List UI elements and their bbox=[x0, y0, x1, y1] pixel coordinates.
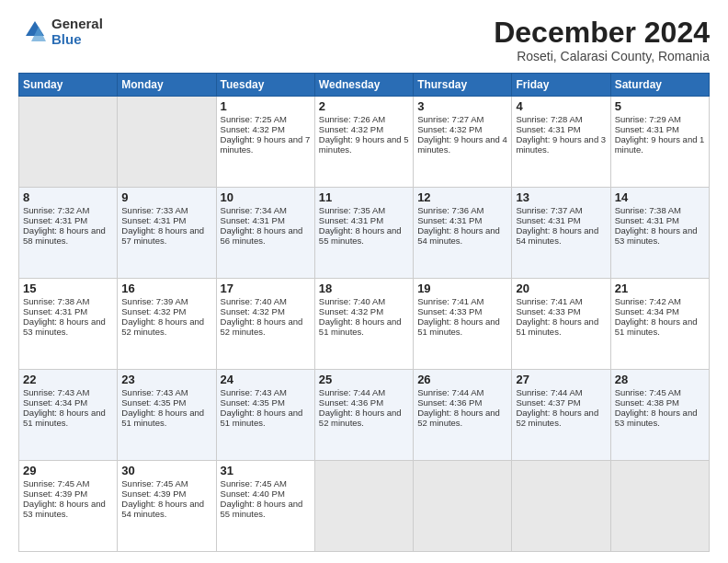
logo: General Blue bbox=[18, 17, 103, 47]
table-row: 17Sunrise: 7:40 AMSunset: 4:32 PMDayligh… bbox=[216, 279, 314, 370]
sunrise-text: Sunrise: 7:38 AM bbox=[615, 205, 681, 215]
sunset-text: Sunset: 4:31 PM bbox=[23, 306, 87, 316]
col-header-monday: Monday bbox=[118, 74, 216, 97]
sunrise-text: Sunrise: 7:45 AM bbox=[615, 387, 681, 397]
daylight-text: Daylight: 8 hours and 54 minutes. bbox=[417, 225, 500, 246]
sunrise-text: Sunrise: 7:37 AM bbox=[516, 205, 582, 215]
sunrise-text: Sunrise: 7:42 AM bbox=[615, 296, 681, 306]
day-number: 30 bbox=[121, 464, 211, 477]
daylight-text: Daylight: 8 hours and 54 minutes. bbox=[121, 499, 204, 519]
sunrise-text: Sunrise: 7:43 AM bbox=[221, 387, 287, 397]
sunrise-text: Sunrise: 7:26 AM bbox=[319, 114, 385, 124]
day-number: 24 bbox=[221, 373, 311, 386]
daylight-text: Daylight: 8 hours and 54 minutes. bbox=[516, 225, 598, 246]
daylight-text: Daylight: 8 hours and 55 minutes. bbox=[221, 499, 303, 519]
day-number: 16 bbox=[121, 282, 211, 295]
calendar-table: Sunday Monday Tuesday Wednesday Thursday… bbox=[18, 73, 710, 552]
table-row bbox=[512, 461, 610, 552]
table-row bbox=[19, 97, 118, 188]
calendar-week-row: 15Sunrise: 7:38 AMSunset: 4:31 PMDayligh… bbox=[19, 279, 710, 370]
logo-text: General Blue bbox=[51, 17, 103, 47]
daylight-text: Daylight: 8 hours and 51 minutes. bbox=[121, 408, 204, 428]
sunset-text: Sunset: 4:39 PM bbox=[23, 488, 87, 499]
daylight-text: Daylight: 8 hours and 52 minutes. bbox=[516, 408, 598, 428]
day-number: 5 bbox=[615, 99, 705, 113]
day-number: 11 bbox=[319, 190, 409, 204]
daylight-text: Daylight: 8 hours and 53 minutes. bbox=[615, 225, 698, 246]
day-number: 13 bbox=[516, 190, 606, 204]
day-number: 8 bbox=[23, 190, 113, 204]
header: General Blue December 2024 Roseti, Calar… bbox=[18, 17, 710, 63]
table-row: 1Sunrise: 7:25 AMSunset: 4:32 PMDaylight… bbox=[216, 97, 314, 188]
title-block: December 2024 Roseti, Calarasi County, R… bbox=[494, 17, 710, 63]
daylight-text: Daylight: 8 hours and 56 minutes. bbox=[221, 225, 303, 246]
table-row bbox=[610, 461, 709, 552]
sunrise-text: Sunrise: 7:34 AM bbox=[221, 205, 287, 215]
daylight-text: Daylight: 8 hours and 58 minutes. bbox=[23, 225, 106, 246]
calendar-header-row: Sunday Monday Tuesday Wednesday Thursday… bbox=[19, 74, 710, 97]
table-row: 18Sunrise: 7:40 AMSunset: 4:32 PMDayligh… bbox=[314, 279, 413, 370]
sunset-text: Sunset: 4:31 PM bbox=[417, 215, 482, 225]
sunrise-text: Sunrise: 7:45 AM bbox=[23, 478, 89, 488]
sunset-text: Sunset: 4:32 PM bbox=[417, 124, 482, 134]
day-number: 2 bbox=[319, 99, 409, 113]
daylight-text: Daylight: 8 hours and 51 minutes. bbox=[417, 316, 500, 337]
daylight-text: Daylight: 8 hours and 52 minutes. bbox=[417, 408, 500, 428]
sunset-text: Sunset: 4:31 PM bbox=[121, 215, 186, 225]
sunrise-text: Sunrise: 7:45 AM bbox=[221, 478, 287, 488]
table-row: 30Sunrise: 7:45 AMSunset: 4:39 PMDayligh… bbox=[118, 461, 216, 552]
calendar-week-row: 29Sunrise: 7:45 AMSunset: 4:39 PMDayligh… bbox=[19, 461, 710, 552]
sunrise-text: Sunrise: 7:40 AM bbox=[221, 296, 287, 306]
sunrise-text: Sunrise: 7:36 AM bbox=[417, 205, 483, 215]
day-number: 26 bbox=[417, 373, 507, 386]
col-header-thursday: Thursday bbox=[414, 74, 512, 97]
logo-blue-text: Blue bbox=[51, 32, 103, 48]
table-row: 19Sunrise: 7:41 AMSunset: 4:33 PMDayligh… bbox=[414, 279, 512, 370]
table-row: 3Sunrise: 7:27 AMSunset: 4:32 PMDaylight… bbox=[414, 97, 512, 188]
daylight-text: Daylight: 8 hours and 57 minutes. bbox=[121, 225, 204, 246]
daylight-text: Daylight: 9 hours and 4 minutes. bbox=[417, 134, 507, 155]
daylight-text: Daylight: 9 hours and 5 minutes. bbox=[319, 134, 409, 155]
sunrise-text: Sunrise: 7:39 AM bbox=[121, 296, 188, 306]
calendar-week-row: 1Sunrise: 7:25 AMSunset: 4:32 PMDaylight… bbox=[19, 97, 710, 188]
sunset-text: Sunset: 4:35 PM bbox=[121, 397, 186, 408]
day-number: 9 bbox=[121, 190, 211, 204]
daylight-text: Daylight: 9 hours and 7 minutes. bbox=[221, 134, 311, 155]
day-number: 31 bbox=[221, 464, 311, 477]
day-number: 28 bbox=[615, 373, 705, 386]
day-number: 14 bbox=[615, 190, 705, 204]
table-row: 2Sunrise: 7:26 AMSunset: 4:32 PMDaylight… bbox=[314, 97, 413, 188]
table-row: 12Sunrise: 7:36 AMSunset: 4:31 PMDayligh… bbox=[414, 188, 512, 279]
subtitle: Roseti, Calarasi County, Romania bbox=[494, 49, 710, 63]
sunset-text: Sunset: 4:31 PM bbox=[319, 215, 383, 225]
daylight-text: Daylight: 9 hours and 1 minute. bbox=[615, 134, 705, 155]
table-row: 10Sunrise: 7:34 AMSunset: 4:31 PMDayligh… bbox=[216, 188, 314, 279]
sunset-text: Sunset: 4:31 PM bbox=[221, 215, 285, 225]
sunrise-text: Sunrise: 7:44 AM bbox=[516, 387, 582, 397]
table-row: 23Sunrise: 7:43 AMSunset: 4:35 PMDayligh… bbox=[118, 370, 216, 461]
calendar-week-row: 22Sunrise: 7:43 AMSunset: 4:34 PMDayligh… bbox=[19, 370, 710, 461]
table-row: 9Sunrise: 7:33 AMSunset: 4:31 PMDaylight… bbox=[118, 188, 216, 279]
daylight-text: Daylight: 9 hours and 3 minutes. bbox=[516, 134, 606, 155]
day-number: 21 bbox=[615, 282, 705, 295]
daylight-text: Daylight: 8 hours and 51 minutes. bbox=[615, 316, 698, 337]
sunset-text: Sunset: 4:34 PM bbox=[615, 306, 679, 316]
table-row: 27Sunrise: 7:44 AMSunset: 4:37 PMDayligh… bbox=[512, 370, 610, 461]
sunrise-text: Sunrise: 7:29 AM bbox=[615, 114, 681, 124]
sunset-text: Sunset: 4:31 PM bbox=[615, 124, 679, 134]
sunrise-text: Sunrise: 7:28 AM bbox=[516, 114, 582, 124]
table-row: 28Sunrise: 7:45 AMSunset: 4:38 PMDayligh… bbox=[610, 370, 709, 461]
day-number: 25 bbox=[319, 373, 409, 386]
table-row: 4Sunrise: 7:28 AMSunset: 4:31 PMDaylight… bbox=[512, 97, 610, 188]
sunset-text: Sunset: 4:39 PM bbox=[121, 488, 186, 499]
sunset-text: Sunset: 4:32 PM bbox=[221, 306, 285, 316]
sunset-text: Sunset: 4:33 PM bbox=[516, 306, 580, 316]
day-number: 1 bbox=[221, 99, 311, 113]
sunset-text: Sunset: 4:32 PM bbox=[319, 124, 383, 134]
logo-icon bbox=[18, 17, 48, 47]
day-number: 15 bbox=[23, 282, 113, 295]
sunset-text: Sunset: 4:36 PM bbox=[417, 397, 482, 408]
sunset-text: Sunset: 4:31 PM bbox=[516, 215, 580, 225]
sunrise-text: Sunrise: 7:43 AM bbox=[121, 387, 188, 397]
day-number: 27 bbox=[516, 373, 606, 386]
